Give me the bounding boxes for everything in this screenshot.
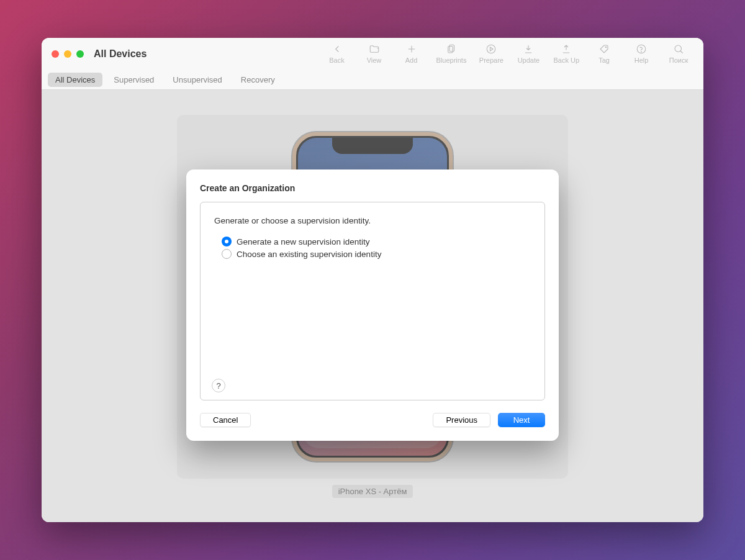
tab-supervised[interactable]: Supervised xyxy=(106,73,161,87)
radio-option-generate[interactable]: Generate a new supervision identity xyxy=(222,237,531,246)
folder-icon xyxy=(368,43,381,55)
dialog-content-box: Generate or choose a supervision identit… xyxy=(200,202,545,400)
create-organization-dialog: Create an Organization Generate or choos… xyxy=(186,169,559,441)
radio-label: Choose an existing supervision identity xyxy=(237,250,381,259)
toolbar-view[interactable]: View xyxy=(362,43,387,64)
toolbar-label: Update xyxy=(518,56,540,64)
titlebar: All Devices Back View Add xyxy=(42,38,703,70)
tag-icon xyxy=(598,43,610,55)
radio-option-choose[interactable]: Choose an existing supervision identity xyxy=(222,249,531,259)
dialog-footer: Cancel Previous Next xyxy=(200,413,545,427)
cancel-button[interactable]: Cancel xyxy=(200,413,251,427)
radio-button-unchecked[interactable] xyxy=(222,249,232,259)
maximize-window-button[interactable] xyxy=(76,50,84,58)
app-window: All Devices Back View Add xyxy=(42,38,703,522)
help-icon xyxy=(635,43,648,55)
toolbar-update[interactable]: Update xyxy=(516,43,541,64)
blueprints-icon xyxy=(445,43,458,55)
dialog-title: Create an Organization xyxy=(200,183,545,193)
svg-rect-3 xyxy=(448,47,453,53)
dialog-footer-right: Previous Next xyxy=(433,413,545,427)
tab-unsupervised[interactable]: Unsupervised xyxy=(165,73,230,87)
toolbar-label: View xyxy=(367,56,382,64)
toolbar-backup[interactable]: Back Up xyxy=(553,43,579,64)
svg-point-9 xyxy=(675,45,682,52)
minimize-window-button[interactable] xyxy=(64,50,71,58)
toolbar-add[interactable]: Add xyxy=(399,43,424,64)
tab-all-devices[interactable]: All Devices xyxy=(48,73,102,87)
toolbar-back[interactable]: Back xyxy=(325,43,350,64)
download-icon xyxy=(522,43,535,55)
close-window-button[interactable] xyxy=(52,50,59,58)
toolbar-prepare[interactable]: Prepare xyxy=(479,43,503,64)
radio-group: Generate a new supervision identity Choo… xyxy=(222,237,531,259)
prepare-icon xyxy=(485,43,497,55)
toolbar-tag[interactable]: Tag xyxy=(592,43,616,64)
toolbar-label: Blueprints xyxy=(436,56,467,64)
toolbar-label: Tag xyxy=(598,56,610,64)
traffic-lights xyxy=(52,50,84,58)
toolbar-label: Help xyxy=(634,56,649,64)
svg-point-6 xyxy=(605,47,607,48)
window-title: All Devices xyxy=(94,48,147,60)
tabbar: All Devices Supervised Unsupervised Reco… xyxy=(42,70,703,90)
next-button[interactable]: Next xyxy=(498,413,545,427)
plus-icon xyxy=(405,43,418,55)
toolbar-help[interactable]: Help xyxy=(629,43,654,64)
svg-line-10 xyxy=(680,51,683,53)
tab-recovery[interactable]: Recovery xyxy=(233,73,282,87)
svg-rect-2 xyxy=(449,45,454,52)
toolbar-label: Back Up xyxy=(553,56,579,64)
toolbar-label: Back xyxy=(329,56,344,64)
radio-button-checked[interactable] xyxy=(222,237,232,246)
toolbar: Back View Add Blueprints xyxy=(325,43,692,64)
previous-button[interactable]: Previous xyxy=(433,413,490,427)
chevron-left-icon xyxy=(331,43,343,55)
toolbar-search[interactable]: Поиск xyxy=(666,43,691,64)
upload-icon xyxy=(560,43,572,55)
dialog-help-button[interactable]: ? xyxy=(212,379,225,392)
toolbar-blueprints[interactable]: Blueprints xyxy=(436,43,467,64)
toolbar-label: Add xyxy=(405,56,418,64)
toolbar-label: Prepare xyxy=(479,56,503,64)
svg-point-8 xyxy=(641,52,642,52)
svg-point-4 xyxy=(487,45,496,53)
search-icon xyxy=(672,43,685,55)
radio-label: Generate a new supervision identity xyxy=(237,237,370,246)
svg-marker-5 xyxy=(490,47,494,51)
dialog-instruction: Generate or choose a supervision identit… xyxy=(214,216,531,225)
toolbar-label: Поиск xyxy=(669,56,688,64)
